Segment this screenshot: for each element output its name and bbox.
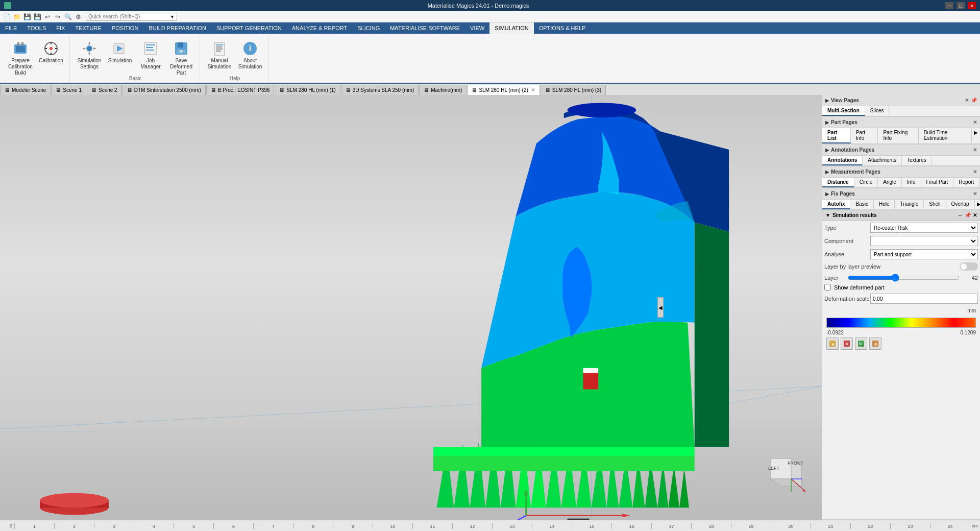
layer-by-layer-toggle[interactable] <box>960 262 978 271</box>
view-pages-pin[interactable]: 📌 <box>971 98 977 103</box>
tab-circle[interactable]: Circle <box>854 178 878 187</box>
menu-position[interactable]: POSITION <box>107 22 144 34</box>
simulation-results-header[interactable]: ▼ Simulation results ↔ 📌 ✕ <box>822 210 980 221</box>
search-dropdown-icon[interactable]: ▼ <box>170 14 175 19</box>
menu-file[interactable]: FILE <box>0 22 22 34</box>
fix-pages-header[interactable]: ▶ Fix Pages ✕ <box>822 188 980 200</box>
redo-button[interactable]: ↪ <box>53 12 62 21</box>
menu-view[interactable]: VIEW <box>465 22 489 34</box>
layer-slider[interactable] <box>848 274 960 282</box>
viewport[interactable]: WCS LEFT FRONT <box>0 95 822 520</box>
menu-options-help[interactable]: OPTIONS & HELP <box>534 22 591 34</box>
tab-info[interactable]: Info <box>902 178 921 187</box>
menu-slicing[interactable]: SLICING <box>352 22 385 34</box>
tab-distance[interactable]: Distance <box>822 178 854 187</box>
action-icon-2[interactable]: ✕ <box>841 337 853 350</box>
menu-analyze-report[interactable]: ANALYZE & REPORT <box>287 22 352 34</box>
sim-pin-icon[interactable]: 📌 <box>965 212 971 218</box>
new-button[interactable]: 📄 <box>2 12 11 21</box>
tab-attachments[interactable]: Attachments <box>863 156 902 165</box>
minimize-button[interactable]: ─ <box>945 2 953 9</box>
job-manager-button[interactable]: Job Manager <box>136 38 165 75</box>
menu-fix[interactable]: FIX <box>51 22 70 34</box>
action-icon-4[interactable]: ⚙ <box>869 337 881 350</box>
measurement-pages-close[interactable]: ✕ <box>973 169 977 175</box>
menu-texture[interactable]: TEXTURE <box>70 22 106 34</box>
search-input[interactable] <box>88 14 170 19</box>
zoom-button[interactable]: 🔍 <box>63 12 72 21</box>
annotation-pages-header[interactable]: ▶ Annotation Pages ✕ <box>822 144 980 156</box>
app-icon <box>4 2 11 9</box>
tab-hole[interactable]: Hole <box>874 200 895 209</box>
calibration-button[interactable]: Calibration <box>37 38 65 75</box>
sim-close-icon[interactable]: ✕ <box>973 212 977 218</box>
tab-build-time[interactable]: Build Time Estimation <box>919 128 972 143</box>
tab-report[interactable]: Report <box>953 178 979 187</box>
save-deformed-part-button[interactable]: Save Deformed Part <box>167 38 195 75</box>
window-controls[interactable]: ─ □ ✕ <box>945 2 976 9</box>
save-all-button[interactable]: 💾 <box>33 12 42 21</box>
show-deformed-checkbox[interactable] <box>824 284 831 291</box>
tab-close-slm2[interactable]: ✕ <box>531 87 535 92</box>
tab-autofix[interactable]: Autofix <box>822 200 850 209</box>
view-pages-header[interactable]: ▶ View Pages ✕ 📌 <box>822 95 980 106</box>
part-pages-header[interactable]: ▶ Part Pages ✕ <box>822 117 980 128</box>
tab-triangle[interactable]: Triangle <box>895 200 924 209</box>
search-box[interactable]: ▼ <box>86 13 177 21</box>
tab-textures[interactable]: Textures <box>902 156 932 165</box>
tab-part-list[interactable]: Part List <box>822 128 851 143</box>
settings-icon[interactable]: ⚙ <box>74 12 83 21</box>
measurement-pages-header[interactable]: ▶ Measurement Pages ✕ <box>822 166 980 178</box>
menu-tools[interactable]: TOOLS <box>22 22 51 34</box>
menu-support-generation[interactable]: SUPPORT GENERATION <box>211 22 287 34</box>
tab-slm2[interactable]: 🖥 SLM 280 HL (mm) (2) ✕ <box>467 85 540 95</box>
save-button[interactable]: 💾 <box>22 12 32 21</box>
tab-3dsystems[interactable]: 🖥 3D Systems SLA 250 (mm) <box>341 85 419 95</box>
tab-angle[interactable]: Angle <box>878 178 902 187</box>
action-icon-3[interactable]: 🔍 <box>855 337 867 350</box>
tab-dtm[interactable]: 🖥 DTM Sinterstation 2500 (mm) <box>122 85 206 95</box>
tab-annotations[interactable]: Annotations <box>822 156 863 165</box>
panel-collapse-button[interactable]: ◀ <box>657 297 664 318</box>
about-simulation-button[interactable]: i About Simulation <box>236 38 264 75</box>
annotation-pages-close[interactable]: ✕ <box>973 147 977 153</box>
fix-pages-scroll[interactable]: ▶ <box>975 200 980 209</box>
close-button[interactable]: ✕ <box>968 2 976 9</box>
view-pages-close[interactable]: ✕ <box>965 98 969 103</box>
part-pages-close[interactable]: ✕ <box>973 119 977 125</box>
tab-basic[interactable]: Basic <box>850 200 873 209</box>
calibration-label: Calibration <box>39 58 63 64</box>
fix-pages-close[interactable]: ✕ <box>973 191 977 197</box>
component-select[interactable] <box>870 236 978 246</box>
action-icon-1[interactable]: ★ <box>826 337 839 350</box>
sim-resize-icon[interactable]: ↔ <box>958 212 963 218</box>
tab-slices[interactable]: Slices <box>865 106 890 116</box>
part-pages-scroll-right[interactable]: ▶ <box>972 128 980 143</box>
deformation-scale-input[interactable] <box>870 294 978 304</box>
tab-part-fixing-info[interactable]: Part Fixing Info <box>878 128 918 143</box>
tab-overlap[interactable]: Overlap <box>946 200 975 209</box>
prepare-calibration-build-button[interactable]: Prepare Calibration Build <box>6 38 35 75</box>
tab-slm3[interactable]: 🖥 SLM 280 HL (mm) (3) <box>541 85 606 95</box>
tab-bproc[interactable]: 🖥 B.Proc.: EOSINT P396 <box>206 85 275 95</box>
undo-button[interactable]: ↩ <box>43 12 52 21</box>
menu-simulation[interactable]: SIMULATION <box>489 22 533 34</box>
manual-simulation-button[interactable]: Manual Simulation <box>205 38 234 75</box>
tab-part-info[interactable]: Part Info <box>851 128 878 143</box>
simulation-button[interactable]: Simulation <box>106 38 134 75</box>
simulation-settings-button[interactable]: Simulation Settings <box>75 38 104 75</box>
type-select[interactable]: Re-coater Risk <box>870 223 978 233</box>
tab-scene1[interactable]: 🖥 Scene 1 <box>51 85 86 95</box>
tab-shell[interactable]: Shell <box>924 200 946 209</box>
tab-final-part[interactable]: Final Part <box>921 178 954 187</box>
tab-modeler-scene[interactable]: 🖥 Modeler Scene <box>0 85 51 95</box>
menu-build-preparation[interactable]: BUILD PREPARATION <box>143 22 211 34</box>
tab-machine[interactable]: 🖥 Machine(mm) <box>419 85 467 95</box>
open-button[interactable]: 📁 <box>12 12 21 21</box>
menu-materialise-software[interactable]: MATERIALISE SOFTWARE <box>385 22 465 34</box>
maximize-button[interactable]: □ <box>957 2 965 9</box>
tab-slm1[interactable]: 🖥 SLM 280 HL (mm) (1) <box>275 85 340 95</box>
tab-multi-section[interactable]: Multi-Section <box>822 106 865 116</box>
tab-scene2[interactable]: 🖥 Scene 2 <box>87 85 122 95</box>
analyse-select[interactable]: Part and support <box>870 249 978 259</box>
